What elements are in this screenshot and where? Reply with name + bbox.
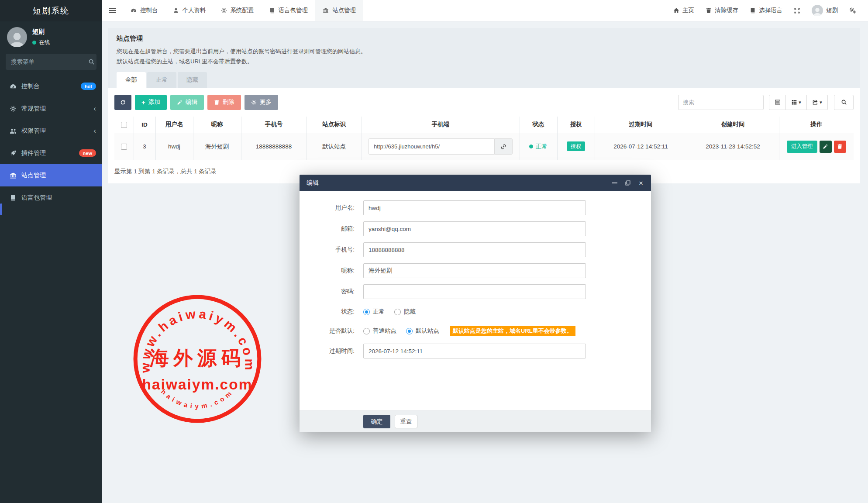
cell-nickname: 海外短剧 xyxy=(193,133,241,160)
row-delete-button[interactable] xyxy=(834,141,846,153)
book-icon xyxy=(750,7,756,14)
copy-link-button[interactable] xyxy=(494,138,513,155)
topnav-tab-settings[interactable]: 系统配置 xyxy=(214,0,262,21)
user-label: 短剧 xyxy=(826,7,838,14)
trash-icon xyxy=(837,144,843,149)
user-settings-button[interactable] xyxy=(844,7,862,14)
sidebar-item-general[interactable]: 常规管理 ‹ xyxy=(0,97,102,120)
search-icon xyxy=(88,59,95,65)
col-id[interactable]: ID xyxy=(134,117,155,133)
select-all-checkbox[interactable] xyxy=(121,122,127,128)
sidebar: 短剧系统 短剧 在线 控制台 hot 常规管理 ‹ xyxy=(0,0,102,503)
online-dot-icon xyxy=(32,41,36,45)
add-button[interactable]: + 添加 xyxy=(135,95,167,110)
expire-label: 过期时间: xyxy=(300,347,363,355)
sidebar-item-dashboard[interactable]: 控制台 hot xyxy=(0,75,102,97)
email-label: 邮箱: xyxy=(300,225,363,233)
grid-icon xyxy=(791,99,797,105)
select-language-button[interactable]: 选择语言 xyxy=(744,7,788,14)
phone-field[interactable] xyxy=(363,242,586,257)
row-edit-button[interactable] xyxy=(820,141,832,153)
menu-search-input[interactable] xyxy=(11,59,88,65)
user-name: 短剧 xyxy=(32,28,45,35)
col-expire[interactable]: 过期时间 xyxy=(595,117,687,133)
password-field[interactable] xyxy=(363,284,586,299)
status-dot-icon xyxy=(529,145,533,148)
sidebar-item-permissions[interactable]: 权限管理 ‹ xyxy=(0,120,102,142)
col-created[interactable]: 创建时间 xyxy=(687,117,779,133)
default-label: 是否默认: xyxy=(300,327,363,335)
status-label: 状态: xyxy=(300,308,363,316)
new-badge: new xyxy=(79,149,96,157)
radio-on-icon xyxy=(406,328,413,334)
view-buttons: ▾ ▾ xyxy=(769,95,828,110)
mobile-url-input[interactable] xyxy=(369,138,494,155)
tab-normal[interactable]: 正常 xyxy=(147,72,176,88)
default-radio-normal-site[interactable]: 普通站点 xyxy=(363,327,396,335)
col-mobile[interactable]: 手机端 xyxy=(362,117,520,133)
fullscreen-button[interactable] xyxy=(788,7,806,14)
col-phone[interactable]: 手机号 xyxy=(241,117,307,133)
default-radio-default-site[interactable]: 默认站点 xyxy=(406,327,439,335)
tab-hidden[interactable]: 隐藏 xyxy=(178,72,207,88)
refresh-icon xyxy=(120,100,126,105)
page-title: 站点管理 xyxy=(117,34,851,43)
tab-all[interactable]: 全部 xyxy=(117,72,146,88)
status-radio-hidden[interactable]: 隐藏 xyxy=(394,308,416,316)
col-ops[interactable]: 操作 xyxy=(779,117,854,133)
username-label: 用户名: xyxy=(300,204,363,212)
sidebar-item-plugins[interactable]: 插件管理 new xyxy=(0,142,102,164)
topnav-tab-dashboard[interactable]: 控制台 xyxy=(123,0,165,21)
table-search-input[interactable] xyxy=(678,95,764,110)
topnav-tab-sites[interactable]: 站点管理 xyxy=(315,0,363,21)
modal-footer: 确定 重置 xyxy=(300,410,651,432)
sidebar-item-sites[interactable]: 站点管理 xyxy=(0,164,102,186)
export-button[interactable]: ▾ xyxy=(807,95,828,110)
email-field[interactable] xyxy=(363,221,586,236)
modal-header[interactable]: 编辑 × xyxy=(300,175,651,191)
detail-view-button[interactable] xyxy=(769,95,786,110)
plus-icon: + xyxy=(141,99,145,106)
status-radio-normal[interactable]: 正常 xyxy=(363,308,385,316)
row-actions: 进入管理 xyxy=(779,141,854,153)
col-auth[interactable]: 授权 xyxy=(557,117,595,133)
col-nickname[interactable]: 昵称 xyxy=(193,117,241,133)
avatar xyxy=(7,27,27,47)
columns-button[interactable]: ▾ xyxy=(786,95,807,110)
hamburger-icon[interactable] xyxy=(102,0,123,21)
nickname-field[interactable] xyxy=(363,263,586,278)
user-menu[interactable]: 短剧 xyxy=(806,5,844,16)
clear-cache-button[interactable]: 清除缓存 xyxy=(700,7,744,14)
toolbar: + 添加 编辑 删除 更多 xyxy=(114,95,854,110)
gauge-icon xyxy=(131,7,137,14)
col-status[interactable]: 状态 xyxy=(520,117,557,133)
export-icon xyxy=(812,99,818,105)
close-icon[interactable]: × xyxy=(638,180,644,186)
minimize-icon[interactable] xyxy=(612,180,618,186)
row-checkbox[interactable] xyxy=(121,144,127,150)
sidebar-item-language[interactable]: 语言包管理 xyxy=(0,186,102,209)
username-field[interactable] xyxy=(363,200,586,215)
edit-button[interactable]: 编辑 xyxy=(170,95,204,110)
expand-icon xyxy=(794,7,800,14)
mobile-url-group xyxy=(369,138,513,155)
top-nav: 控制台 个人资料 系统配置 语言包管理 站点管理 主页 清除缓存 选择语言 xyxy=(102,0,868,21)
enter-manage-button[interactable]: 进入管理 xyxy=(787,141,817,153)
search-button[interactable] xyxy=(834,95,854,110)
auth-badge[interactable]: 授权 xyxy=(567,141,585,151)
topnav-tab-language[interactable]: 语言包管理 xyxy=(262,0,316,21)
home-button[interactable]: 主页 xyxy=(668,7,700,14)
maximize-icon[interactable] xyxy=(625,180,631,186)
topnav-tab-profile[interactable]: 个人资料 xyxy=(165,0,214,21)
reset-button[interactable]: 重置 xyxy=(395,415,417,428)
confirm-button[interactable]: 确定 xyxy=(363,415,390,428)
refresh-button[interactable] xyxy=(114,95,131,110)
modal-body: 用户名: 邮箱: 手机号: 昵称: 密码: 状态: 正常 隐 xyxy=(300,191,651,358)
chevron-left-icon: ‹ xyxy=(93,105,96,112)
delete-button[interactable]: 删除 xyxy=(207,95,241,110)
sidebar-menu: 控制台 hot 常规管理 ‹ 权限管理 ‹ 插件管理 new 站点管理 语言包管… xyxy=(0,75,102,209)
expire-field[interactable] xyxy=(363,344,586,358)
col-username[interactable]: 用户名 xyxy=(155,117,193,133)
more-button[interactable]: 更多 xyxy=(245,95,278,110)
col-site-flag[interactable]: 站点标识 xyxy=(307,117,362,133)
